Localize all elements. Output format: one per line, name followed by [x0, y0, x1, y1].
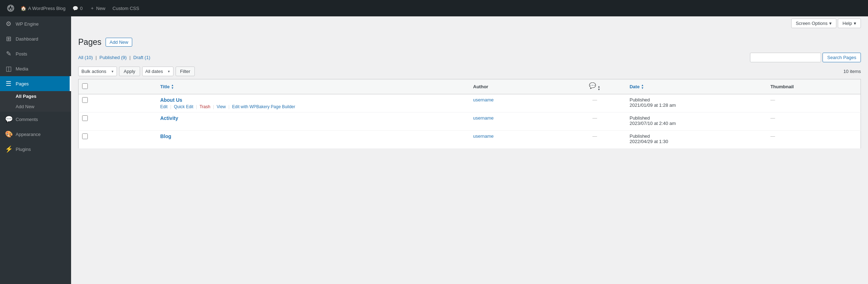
pages-table-body: About Us Edit | Quick Edit | Trash | Vie…	[79, 94, 861, 149]
thumbnail-header-label: Thumbnail	[770, 84, 794, 89]
row-checkbox[interactable]	[82, 115, 88, 121]
author-link[interactable]: username	[473, 133, 494, 139]
admin-bar-site[interactable]: 🏠 A WordPress Blog	[17, 0, 69, 16]
dashboard-icon: ⊞	[5, 35, 12, 43]
plus-icon: ＋	[90, 5, 95, 11]
row-date-cell: Published 2022/04/29 at 1:30	[626, 131, 767, 149]
title-sort-arrows: ▲▼	[171, 84, 174, 90]
top-bar: Screen Options ▾ Help ▾	[71, 16, 868, 30]
row-title-cell: Blog Edit | Quick Edit | Trash | View	[157, 131, 470, 149]
edit-link[interactable]: Edit	[160, 104, 168, 109]
admin-bar-custom-css[interactable]: Custom CSS	[109, 0, 143, 16]
filter-all-link[interactable]: All (10)	[78, 55, 93, 60]
filter-published-link[interactable]: Published (9)	[100, 55, 127, 60]
row-author-cell: username	[470, 131, 563, 149]
main-layout: ⚙ WP Engine ⊞ Dashboard ✎ Posts ◫ Media …	[0, 16, 868, 284]
col-header-thumbnail: Thumbnail	[767, 79, 861, 94]
filter-draft-link[interactable]: Draft (1)	[133, 55, 150, 60]
thumbnail-value: —	[770, 133, 775, 139]
row-thumbnail-cell: —	[767, 94, 861, 112]
screen-options-button[interactable]: Screen Options ▾	[791, 19, 837, 28]
bulk-actions-select[interactable]: Bulk actions	[78, 67, 117, 76]
edit-wpbakery-link[interactable]: Edit with WPBakery Page Builder	[232, 104, 295, 109]
comments-value: —	[593, 133, 597, 139]
author-link[interactable]: username	[473, 115, 494, 121]
home-icon: 🏠	[21, 6, 26, 11]
admin-bar-new[interactable]: ＋ New	[86, 0, 109, 16]
col-header-title[interactable]: Title ▲▼	[157, 79, 470, 94]
page-content: Pages Add New All (10) | Published (9) |…	[71, 30, 868, 284]
thumbnail-value: —	[770, 115, 775, 121]
title-sort-link[interactable]: Title ▲▼	[160, 84, 466, 90]
sidebar-item-posts[interactable]: ✎ Posts	[0, 46, 71, 61]
row-author-cell: username	[470, 112, 563, 131]
table-header-row: Title ▲▼ Author 💬 ▲▼	[79, 79, 861, 94]
add-new-button[interactable]: Add New	[106, 38, 132, 47]
row-checkbox-cell	[79, 131, 157, 149]
plugins-icon: ⚡	[5, 145, 12, 153]
help-chevron-icon: ▾	[854, 21, 856, 26]
date-sort-arrows: ▲▼	[641, 84, 644, 90]
quick-edit-link[interactable]: Quick Edit	[174, 104, 193, 109]
row-checkbox-cell	[79, 94, 157, 112]
row-checkbox[interactable]	[82, 97, 88, 103]
date-value: 2021/01/09 at 1:28 am	[629, 102, 676, 108]
table-row: Blog Edit | Quick Edit | Trash | View	[79, 131, 861, 149]
row-comments-cell: —	[563, 94, 626, 112]
sidebar-item-pages[interactable]: ☰ Pages	[0, 76, 71, 91]
page-title-link[interactable]: About Us	[160, 97, 182, 103]
row-title-cell: Activity Edit | Quick Edit | Trash | Vie…	[157, 112, 470, 131]
sidebar-item-dashboard[interactable]: ⊞ Dashboard	[0, 31, 71, 46]
sidebar-subitem-add-new[interactable]: Add New	[0, 101, 71, 112]
items-count: 10 items	[843, 69, 861, 74]
row-title-cell: About Us Edit | Quick Edit | Trash | Vie…	[157, 94, 470, 112]
site-name: A WordPress Blog	[28, 6, 65, 11]
row-author-cell: username	[470, 94, 563, 112]
date-filter-select[interactable]: All dates	[142, 67, 173, 76]
trash-link[interactable]: Trash	[199, 104, 210, 109]
col-header-date[interactable]: Date ▲▼	[626, 79, 767, 94]
date-filter-wrapper: All dates	[142, 67, 173, 76]
sidebar-label-comments: Comments	[16, 117, 38, 122]
sidebar-submenu-pages: All Pages Add New	[0, 91, 71, 112]
date-status: Published	[629, 115, 650, 121]
sidebar-subitem-all-pages[interactable]: All Pages	[0, 91, 71, 101]
sidebar-item-plugins[interactable]: ⚡ Plugins	[0, 142, 71, 157]
search-box: Search Pages	[750, 53, 861, 62]
wp-engine-icon: ⚙	[5, 20, 12, 28]
search-input[interactable]	[750, 53, 821, 62]
pages-table: Title ▲▼ Author 💬 ▲▼	[78, 79, 861, 149]
wordpress-logo[interactable]	[4, 0, 17, 16]
sidebar-item-media[interactable]: ◫ Media	[0, 61, 71, 76]
sidebar-label-plugins: Plugins	[16, 147, 31, 152]
date-sort-link[interactable]: Date ▲▼	[629, 84, 763, 90]
filter-button[interactable]: Filter	[176, 67, 195, 76]
content-area: Screen Options ▾ Help ▾ Pages Add New Al…	[71, 16, 868, 284]
admin-bar: 🏠 A WordPress Blog 💬 0 ＋ New Custom CSS	[0, 0, 868, 16]
row-date-cell: Published 2023/07/10 at 2:40 am	[626, 112, 767, 131]
pages-icon: ☰	[5, 80, 12, 88]
sidebar-label-media: Media	[16, 66, 28, 72]
page-title-link[interactable]: Blog	[160, 133, 171, 139]
apply-button[interactable]: Apply	[119, 67, 140, 76]
col-header-comments[interactable]: 💬 ▲▼	[563, 79, 626, 94]
sidebar-item-wp-engine[interactable]: ⚙ WP Engine	[0, 16, 71, 31]
comments-value: —	[593, 115, 597, 121]
select-all-checkbox[interactable]	[82, 83, 88, 89]
admin-bar-comments[interactable]: 💬 0	[69, 0, 86, 16]
comments-col-icon: 💬	[589, 83, 596, 89]
page-title-link[interactable]: Activity	[160, 115, 178, 121]
author-link[interactable]: username	[473, 97, 494, 102]
row-checkbox[interactable]	[82, 133, 88, 139]
col-header-checkbox	[79, 79, 157, 94]
sidebar-label-wp-engine: WP Engine	[16, 21, 39, 27]
comment-count: 0	[80, 6, 82, 11]
help-button[interactable]: Help ▾	[838, 19, 861, 28]
view-link[interactable]: View	[216, 104, 226, 109]
search-pages-button[interactable]: Search Pages	[823, 53, 861, 62]
title-header-label: Title	[160, 84, 170, 89]
sidebar-label-pages: Pages	[16, 81, 29, 86]
sidebar-item-appearance[interactable]: 🎨 Appearance	[0, 127, 71, 142]
sidebar-item-comments[interactable]: 💬 Comments	[0, 112, 71, 127]
posts-icon: ✎	[5, 50, 12, 58]
